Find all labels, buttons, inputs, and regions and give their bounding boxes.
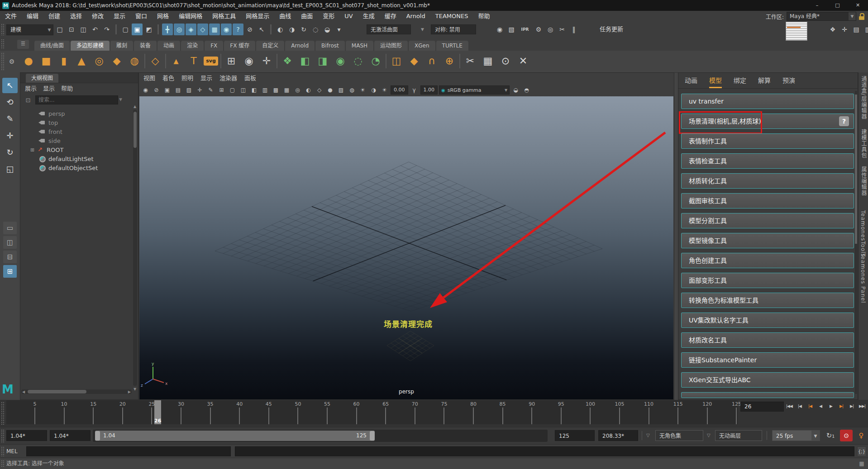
attribute-editor-toggle-icon[interactable]: ▤ <box>851 24 862 35</box>
tool-button[interactable]: 链接SubstancePainter <box>681 352 854 368</box>
open-render-view-icon[interactable]: ◉ <box>494 24 505 35</box>
tool-button[interactable]: XGen交互式导出ABC <box>681 372 854 388</box>
tool-button[interactable]: 表情制作工具 <box>681 133 854 149</box>
shaded-icon[interactable]: ● <box>325 85 335 95</box>
shelf-tab[interactable]: 运动图形 <box>374 41 408 51</box>
outliner-item[interactable]: front <box>20 127 134 136</box>
layout-single-pane-icon[interactable]: ▭ <box>3 222 17 234</box>
panel-menu-item[interactable]: 渲染器 <box>219 73 237 83</box>
grid-icon[interactable]: ▦ <box>858 460 865 467</box>
workspace-select[interactable]: Maya 经典* ▼ <box>787 12 856 21</box>
poly-cylinder-icon[interactable]: ▮ <box>56 52 72 70</box>
xray-icon[interactable]: ◐ <box>304 85 313 95</box>
shelf-tool-icon[interactable] <box>165 54 166 68</box>
menu-item[interactable]: 网格显示 <box>241 11 274 22</box>
type-tool-icon[interactable]: T <box>186 52 201 70</box>
scale-tool-icon[interactable]: ◱ <box>2 161 18 177</box>
panel-menu-item[interactable]: 显示 <box>43 84 55 94</box>
poly-cube-icon[interactable]: ■ <box>38 52 54 70</box>
section-grip[interactable] <box>1 460 5 468</box>
section-grip[interactable] <box>1 429 5 443</box>
evaluation-mode-icon[interactable]: ◒ <box>322 24 333 35</box>
current-frame-marker[interactable]: 26 <box>154 400 161 424</box>
boolean-difference-icon[interactable]: ◌ <box>350 52 366 70</box>
default-material-icon[interactable]: ◍ <box>347 85 357 95</box>
menu-item[interactable]: 帮助 <box>473 11 495 22</box>
snap-help-icon[interactable]: ? <box>233 24 243 35</box>
sidebar-vertical-tab[interactable]: 属性编辑器 <box>860 166 868 196</box>
channel-box-toggle-icon[interactable]: ▥ <box>863 24 868 35</box>
resolution-gate-icon[interactable]: ◫ <box>238 85 248 95</box>
safe-title-icon[interactable]: ▦ <box>282 85 291 95</box>
menu-item[interactable]: 缓存 <box>380 11 401 22</box>
shelf-tab[interactable]: XGen <box>409 41 435 51</box>
step-back-key-button[interactable]: |◀ <box>805 402 815 411</box>
auto-keyframe-toggle-icon[interactable]: ⊙ <box>840 430 853 441</box>
shelf-tab[interactable]: Arnold <box>285 41 315 51</box>
separate-icon[interactable]: ◧ <box>297 52 313 70</box>
tool-panel-tab[interactable]: 动画 <box>685 75 697 88</box>
section-grip[interactable] <box>1 52 5 71</box>
more-options-arrow-icon[interactable]: ▾ <box>334 24 344 35</box>
vertical-scrollbar[interactable]: ▲ ▼ <box>133 110 137 386</box>
shelf-tab[interactable]: FX <box>205 41 223 51</box>
search-input[interactable] <box>35 95 118 104</box>
menu-item[interactable]: TEAMONES <box>430 11 473 22</box>
panel-menu-item[interactable]: 显示 <box>200 73 212 83</box>
smooth-icon[interactable]: ◔ <box>368 52 383 70</box>
tool-button[interactable]: 场景清理(相机,层,材质球) ? <box>681 114 854 129</box>
step-back-frame-button[interactable]: |◀ <box>795 402 805 411</box>
shelf-tab[interactable]: FX 缓存 <box>224 41 255 51</box>
play-forwards-button[interactable]: ▶ <box>826 402 836 411</box>
screen-ao-icon[interactable]: ◒ <box>511 85 520 95</box>
workspace-lock-icon[interactable] <box>859 13 864 20</box>
step-forward-frame-button[interactable]: ▶| <box>847 402 857 411</box>
outliner-item[interactable]: ⊞ ROOT <box>20 145 134 154</box>
poly-plane-icon[interactable]: ◆ <box>109 52 124 70</box>
lock-camera-icon[interactable]: ⊘ <box>152 85 161 95</box>
character-controls-icon[interactable]: ✛ <box>839 24 850 35</box>
shelf-tab[interactable]: 曲线/曲面 <box>34 41 70 51</box>
chevron-down-icon[interactable]: ▽ <box>707 433 711 438</box>
command-input[interactable] <box>26 446 231 456</box>
menu-set-select[interactable]: 建模 ▼ <box>6 24 53 35</box>
scrollbar-thumb[interactable] <box>855 95 857 244</box>
sidebar-vertical-tab[interactable]: Teamones Panel <box>860 253 866 303</box>
layout-split-pane-icon[interactable]: ⊟ <box>3 251 17 263</box>
no-history-icon[interactable]: ◌ <box>310 24 321 35</box>
section-grip[interactable] <box>1 446 5 456</box>
menu-item[interactable]: 选择 <box>65 11 87 22</box>
snap-to-projected-center-icon[interactable]: ◇ <box>197 24 208 35</box>
workspace-preview-popup[interactable] <box>786 22 807 41</box>
section-grip[interactable] <box>1 39 5 49</box>
exposure-field[interactable]: 0.00 <box>391 85 408 95</box>
menu-item[interactable]: 生成 <box>358 11 380 22</box>
playback-end-field[interactable]: 125 <box>555 430 595 441</box>
multi-cut-icon[interactable]: ✂ <box>463 52 478 70</box>
shadows-icon[interactable]: ◑ <box>369 85 378 95</box>
colorspace-select[interactable]: ◉ sRGB gamma ▼ <box>439 85 510 95</box>
shelf-menu-icon[interactable]: ☰ <box>17 40 29 49</box>
sweep-mesh-icon[interactable]: ▴ <box>168 52 184 70</box>
shelf-tab[interactable]: TURTLE <box>436 41 468 51</box>
camera-attributes-icon[interactable]: ▣ <box>162 85 172 95</box>
panel-menu-item[interactable]: 面板 <box>244 73 256 83</box>
horizontal-scrollbar[interactable]: ◀ ▶ <box>21 389 132 394</box>
new-scene-icon[interactable]: □ <box>54 24 65 35</box>
outliner-item[interactable]: top <box>20 118 134 127</box>
isolate-select-icon[interactable]: ◎ <box>293 85 302 95</box>
outliner-tab[interactable]: 大纲视图 <box>26 74 58 83</box>
highlight-selection-mode-icon[interactable]: ↖ <box>256 24 267 35</box>
shelf-tool-icon[interactable] <box>459 54 460 68</box>
tool-button[interactable]: 面部变形工具 <box>681 273 854 288</box>
menu-item[interactable]: 曲面 <box>296 11 318 22</box>
combine-icon[interactable]: ❖ <box>280 52 295 70</box>
menu-item[interactable]: 曲线 <box>274 11 296 22</box>
menu-item[interactable]: 网格 <box>152 11 174 22</box>
animation-layer-select[interactable]: 无动画层 <box>715 430 762 441</box>
platonic-solid-icon[interactable]: ◇ <box>148 52 163 70</box>
menu-item[interactable]: 编辑网格 <box>174 11 207 22</box>
target-weld-icon[interactable]: ⊙ <box>498 52 513 70</box>
save-scene-icon[interactable]: ◫ <box>78 24 89 35</box>
select-camera-icon[interactable]: ◉ <box>141 85 150 95</box>
